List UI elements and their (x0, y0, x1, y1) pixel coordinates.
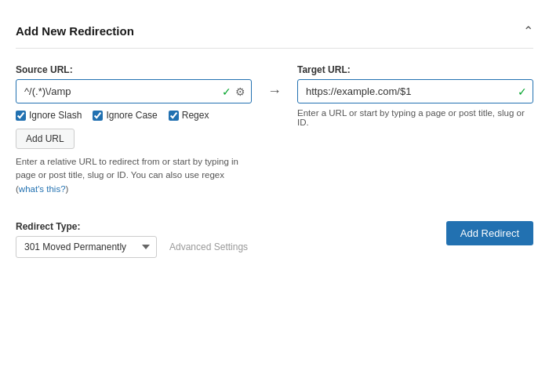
ignore-slash-input[interactable] (16, 111, 26, 121)
target-input-icons: ✓ (518, 85, 527, 98)
source-input-icons: ✓ ⚙ (222, 85, 245, 98)
source-help-text: Enter a relative URL to redirect from or… (16, 155, 252, 196)
redirect-type-label: Redirect Type: (16, 221, 248, 232)
checkboxes-row: Ignore Slash Ignore Case Regex (16, 110, 252, 121)
check-icon: ✓ (222, 85, 231, 98)
target-help-text: Enter a URL or start by typing a page or… (297, 108, 533, 127)
gear-icon[interactable]: ⚙ (235, 85, 245, 98)
add-url-button[interactable]: Add URL (16, 129, 75, 149)
whats-this-link[interactable]: what's this? (19, 184, 66, 194)
source-url-input-wrapper: ✓ ⚙ (16, 79, 252, 103)
ignore-slash-checkbox[interactable]: Ignore Slash (16, 110, 82, 121)
bottom-row: Redirect Type: 301 Moved Permanently 302… (16, 209, 533, 258)
regex-label: Regex (182, 110, 209, 121)
arrow-section: → (267, 64, 282, 100)
source-section: Source URL: ✓ ⚙ Ignore Slash Ignore Case (16, 64, 252, 196)
regex-input[interactable] (169, 111, 179, 121)
redirect-type-section: Redirect Type: 301 Moved Permanently 302… (16, 221, 248, 258)
target-url-input[interactable] (297, 79, 533, 103)
arrow-icon: → (267, 83, 282, 100)
source-url-input[interactable] (16, 79, 252, 103)
regex-checkbox[interactable]: Regex (169, 110, 209, 121)
advanced-settings-link[interactable]: Advanced Settings (169, 241, 248, 252)
source-url-label: Source URL: (16, 64, 252, 75)
form-row: Source URL: ✓ ⚙ Ignore Slash Ignore Case (16, 64, 533, 196)
target-check-icon: ✓ (518, 85, 527, 98)
add-redirect-button[interactable]: Add Redirect (446, 221, 533, 245)
ignore-case-label: Ignore Case (106, 110, 157, 121)
ignore-slash-label: Ignore Slash (29, 110, 82, 121)
target-url-label: Target URL: (297, 64, 533, 75)
bottom-left: Redirect Type: 301 Moved Permanently 302… (16, 209, 248, 258)
redirect-type-row: 301 Moved Permanently 302 Found 307 Temp… (16, 236, 248, 258)
help-text-end: ) (66, 184, 69, 194)
section-title: Add New Redirection (16, 24, 134, 38)
ignore-case-input[interactable] (93, 111, 103, 121)
target-section: Target URL: ✓ Enter a URL or start by ty… (297, 64, 533, 127)
section-header: Add New Redirection ⌃ (16, 24, 533, 49)
ignore-case-checkbox[interactable]: Ignore Case (93, 110, 157, 121)
target-url-input-wrapper: ✓ (297, 79, 533, 103)
redirect-type-select[interactable]: 301 Moved Permanently 302 Found 307 Temp… (16, 236, 157, 258)
collapse-icon[interactable]: ⌃ (523, 24, 533, 38)
